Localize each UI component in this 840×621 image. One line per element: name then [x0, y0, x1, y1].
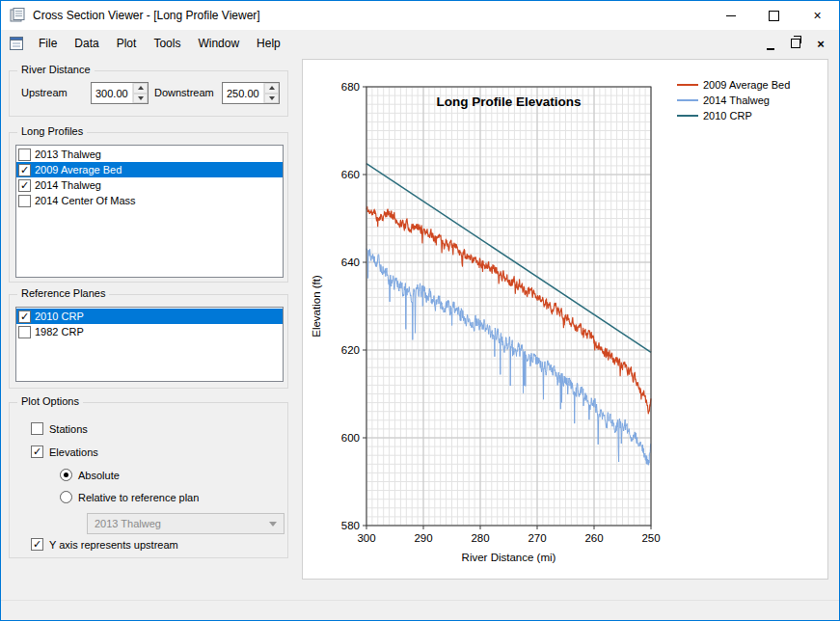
svg-text:250: 250: [641, 532, 660, 544]
y-axis-upstream-checkbox[interactable]: ✓: [31, 538, 43, 551]
downstream-label: Downstream: [154, 87, 214, 98]
mdi-close-icon: ×: [817, 38, 825, 50]
list-item[interactable]: 1982 CRP: [16, 324, 283, 339]
elevations-option[interactable]: ✓ Elevations: [31, 446, 98, 458]
long-profiles-list[interactable]: 2013 Thalweg✓2009 Average Bed✓2014 Thalw…: [15, 145, 284, 278]
close-icon: ×: [813, 9, 821, 22]
river-distance-group-title: River Distance: [17, 64, 95, 75]
spin-down-icon[interactable]: [264, 94, 279, 104]
chevron-down-icon: [269, 522, 277, 526]
chart-panel: 300290280270260250580600620640660680Long…: [302, 59, 828, 580]
elevations-checkbox[interactable]: ✓: [31, 446, 43, 458]
chart-canvas: 300290280270260250580600620640660680Long…: [303, 60, 827, 579]
list-item-label: 2010 CRP: [35, 310, 84, 322]
plot-options-group: Plot Options Stations ✓ Elevations Absol…: [9, 402, 288, 558]
mdi-minimize-button[interactable]: [760, 34, 781, 53]
spin-down-icon[interactable]: [133, 94, 148, 104]
spin-up-icon[interactable]: [264, 83, 279, 94]
mdi-minimize-icon: [767, 48, 774, 50]
reference-planes-list[interactable]: ✓2010 CRP1982 CRP: [15, 307, 284, 382]
minimize-icon: [726, 15, 736, 16]
svg-text:2010 CRP: 2010 CRP: [703, 110, 752, 122]
svg-text:290: 290: [414, 532, 432, 544]
title-bar[interactable]: Cross Section Viewer - [Long Profile Vie…: [1, 1, 839, 30]
absolute-option[interactable]: Absolute: [60, 469, 120, 481]
relative-option[interactable]: Relative to reference plan: [60, 491, 199, 503]
svg-text:2014 Thalweg: 2014 Thalweg: [703, 94, 770, 106]
downstream-value[interactable]: 250.00: [223, 83, 263, 103]
maximize-icon: [769, 11, 779, 21]
list-item[interactable]: ✓2010 CRP: [16, 309, 283, 324]
menu-plot[interactable]: Plot: [108, 32, 146, 55]
list-item[interactable]: ✓2014 Thalweg: [16, 177, 283, 193]
menu-data[interactable]: Data: [66, 32, 107, 55]
menu-help[interactable]: Help: [248, 32, 289, 55]
reference-planes-group-title: Reference Planes: [17, 287, 109, 299]
mdi-buttons: ×: [760, 34, 831, 53]
menu-tools[interactable]: Tools: [145, 32, 189, 55]
list-item-label: 2014 Center Of Mass: [35, 195, 136, 206]
svg-text:260: 260: [584, 532, 603, 544]
plot-options-group-title: Plot Options: [17, 395, 83, 407]
downstream-spinner[interactable]: 250.00: [222, 82, 280, 104]
long-profiles-group: Long Profiles 2013 Thalweg✓2009 Average …: [9, 132, 288, 283]
svg-text:River Distance (mi): River Distance (mi): [462, 552, 556, 563]
list-item-label: 2009 Average Bed: [35, 164, 122, 176]
spin-up-icon[interactable]: [133, 83, 148, 94]
checkbox-icon[interactable]: ✓: [18, 179, 31, 192]
long-profiles-group-title: Long Profiles: [17, 125, 87, 137]
elevations-label: Elevations: [49, 446, 98, 458]
list-item-label: 1982 CRP: [35, 326, 84, 338]
svg-text:Long Profile Elevations: Long Profile Elevations: [436, 94, 581, 109]
upstream-spinner[interactable]: 300.00: [91, 82, 149, 104]
mdi-close-button[interactable]: ×: [810, 34, 831, 53]
window-title: Cross Section Viewer - [Long Profile Vie…: [33, 9, 260, 22]
list-item[interactable]: 2014 Center Of Mass: [16, 193, 283, 208]
maximize-button[interactable]: [752, 1, 796, 30]
menu-items: FileDataPlotToolsWindowHelp: [30, 32, 289, 55]
mdi-restore-button[interactable]: [785, 34, 806, 53]
stations-checkbox[interactable]: [31, 422, 43, 435]
svg-text:2009 Average Bed: 2009 Average Bed: [703, 79, 790, 91]
menu-window[interactable]: Window: [189, 32, 248, 55]
mdi-restore-icon: [791, 39, 800, 48]
checkbox-icon[interactable]: ✓: [18, 310, 31, 323]
document-icon: [9, 36, 24, 51]
absolute-radio[interactable]: [60, 469, 72, 481]
downstream-spin-buttons: [263, 83, 279, 103]
svg-text:300: 300: [357, 532, 375, 544]
relative-label: Relative to reference plan: [78, 492, 199, 503]
svg-text:Elevation (ft): Elevation (ft): [311, 275, 322, 338]
y-axis-upstream-option[interactable]: ✓ Y axis represents upstream: [31, 538, 178, 551]
checkbox-icon[interactable]: ✓: [18, 164, 31, 176]
status-bar: [1, 600, 839, 620]
upstream-spin-buttons: [132, 83, 148, 103]
absolute-label: Absolute: [78, 470, 120, 481]
svg-text:280: 280: [471, 532, 489, 544]
svg-text:600: 600: [341, 432, 360, 444]
svg-text:620: 620: [341, 344, 360, 356]
reference-plane-combo: 2013 Thalweg: [87, 513, 285, 534]
app-window: Cross Section Viewer - [Long Profile Vie…: [0, 0, 840, 621]
relative-radio[interactable]: [60, 491, 72, 503]
upstream-label: Upstream: [21, 87, 68, 98]
checkbox-icon[interactable]: [18, 326, 31, 338]
river-distance-group: River Distance Upstream 300.00 Downstrea…: [9, 70, 288, 117]
stations-option[interactable]: Stations: [31, 422, 88, 435]
minimize-button[interactable]: [709, 1, 752, 30]
list-item[interactable]: 2013 Thalweg: [16, 147, 283, 162]
menu-file[interactable]: File: [30, 32, 66, 55]
svg-text:580: 580: [341, 520, 360, 531]
checkbox-icon[interactable]: [18, 148, 31, 161]
list-item[interactable]: ✓2009 Average Bed: [16, 162, 283, 177]
y-axis-upstream-label: Y axis represents upstream: [49, 539, 178, 551]
stations-label: Stations: [49, 423, 88, 435]
upstream-value[interactable]: 300.00: [92, 83, 132, 103]
close-button[interactable]: ×: [796, 1, 839, 30]
list-item-label: 2013 Thalweg: [35, 148, 101, 160]
svg-text:680: 680: [341, 81, 360, 93]
svg-text:640: 640: [341, 256, 360, 268]
list-item-label: 2014 Thalweg: [35, 179, 101, 191]
svg-text:660: 660: [341, 169, 360, 180]
checkbox-icon[interactable]: [18, 195, 31, 207]
